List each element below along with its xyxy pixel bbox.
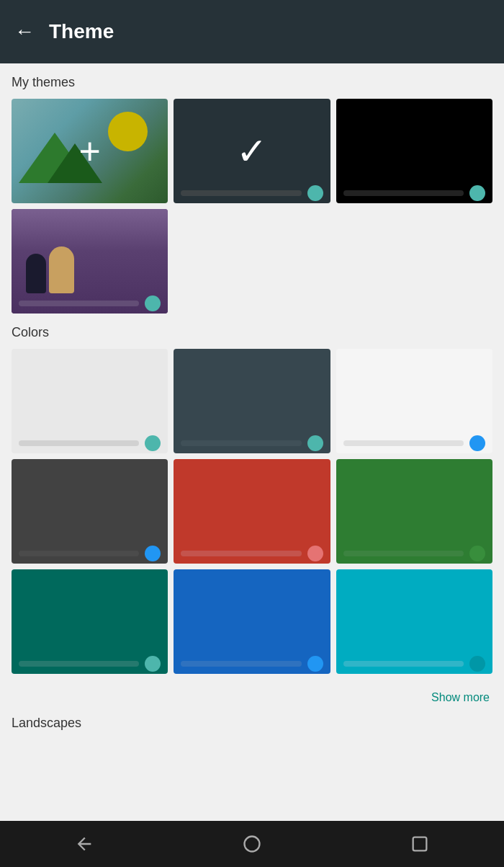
bottom-navigation <box>0 821 504 867</box>
label-dot <box>469 546 485 561</box>
label-bar <box>181 190 301 196</box>
label-dot <box>307 185 323 201</box>
label-bar <box>181 661 301 667</box>
app-header: ← Theme <box>0 0 504 63</box>
label-bar <box>19 440 139 446</box>
red-card-label <box>174 543 330 564</box>
label-bar <box>343 661 464 667</box>
figure-1 <box>26 254 46 293</box>
charcoal-card-label <box>12 543 168 564</box>
label-dot <box>145 295 161 311</box>
label-dot <box>469 435 485 451</box>
teal-card-label <box>12 654 168 674</box>
light-theme-card[interactable] <box>12 349 168 453</box>
anime-theme-card[interactable] <box>12 209 168 314</box>
landscapes-label: Landscapes <box>12 716 492 731</box>
label-dot <box>145 656 161 672</box>
home-nav-button[interactable] <box>235 827 269 861</box>
label-dot <box>145 435 161 451</box>
show-more-row: Show more <box>12 685 492 713</box>
figure-2 <box>49 246 74 293</box>
label-bar <box>181 440 301 446</box>
colors-grid <box>12 349 492 674</box>
label-bar <box>343 440 464 446</box>
show-more-button[interactable]: Show more <box>431 691 490 704</box>
add-plus-icon: + <box>78 130 100 173</box>
cyan-theme-card[interactable] <box>336 569 492 674</box>
label-dot <box>307 546 323 561</box>
svg-point-0 <box>244 837 259 852</box>
colors-section: Colors <box>12 325 492 713</box>
anime-card-label <box>12 293 168 314</box>
label-bar <box>19 661 139 667</box>
check-icon: ✓ <box>236 130 268 173</box>
darkgray-card-label <box>174 433 330 453</box>
light-card-label <box>12 433 168 453</box>
label-dot <box>307 435 323 451</box>
landscapes-section: Landscapes <box>12 716 492 731</box>
recents-nav-button[interactable] <box>402 827 437 861</box>
white-card-label <box>336 433 492 453</box>
back-nav-icon <box>74 834 94 854</box>
green-card-label <box>336 543 492 564</box>
darkgray-theme-card[interactable] <box>174 349 330 453</box>
label-bar <box>19 301 139 306</box>
dark-card-label <box>174 183 330 203</box>
anime-figures <box>26 246 74 293</box>
label-dot <box>307 656 323 672</box>
green-theme-card[interactable] <box>336 459 492 564</box>
label-bar <box>181 551 301 556</box>
label-bar <box>343 190 464 196</box>
red-theme-card[interactable] <box>174 459 330 564</box>
recents-nav-icon <box>410 834 430 854</box>
back-button[interactable]: ← <box>14 20 35 43</box>
label-bar <box>19 551 139 556</box>
label-dot <box>469 656 485 672</box>
blue-card-label <box>174 654 330 674</box>
cyan-card-label <box>336 654 492 674</box>
home-nav-icon <box>242 834 262 854</box>
svg-rect-1 <box>413 837 427 851</box>
sun-decoration <box>108 112 148 151</box>
black-theme-card[interactable] <box>336 99 492 203</box>
back-nav-button[interactable] <box>67 827 102 861</box>
black-card-label <box>336 183 492 203</box>
page-title: Theme <box>49 20 114 43</box>
content-area: My themes + ✓ <box>0 63 504 821</box>
label-dot <box>145 546 161 561</box>
add-theme-card[interactable]: + <box>12 99 168 203</box>
my-themes-label: My themes <box>12 75 492 90</box>
my-themes-grid: + ✓ <box>12 99 492 314</box>
white-theme-card[interactable] <box>336 349 492 453</box>
dark-theme-card[interactable]: ✓ <box>174 99 330 203</box>
colors-label: Colors <box>12 325 492 340</box>
teal-theme-card[interactable] <box>12 569 168 674</box>
charcoal-theme-card[interactable] <box>12 459 168 564</box>
label-dot <box>469 185 485 201</box>
label-bar <box>343 551 464 556</box>
blue-theme-card[interactable] <box>174 569 330 674</box>
